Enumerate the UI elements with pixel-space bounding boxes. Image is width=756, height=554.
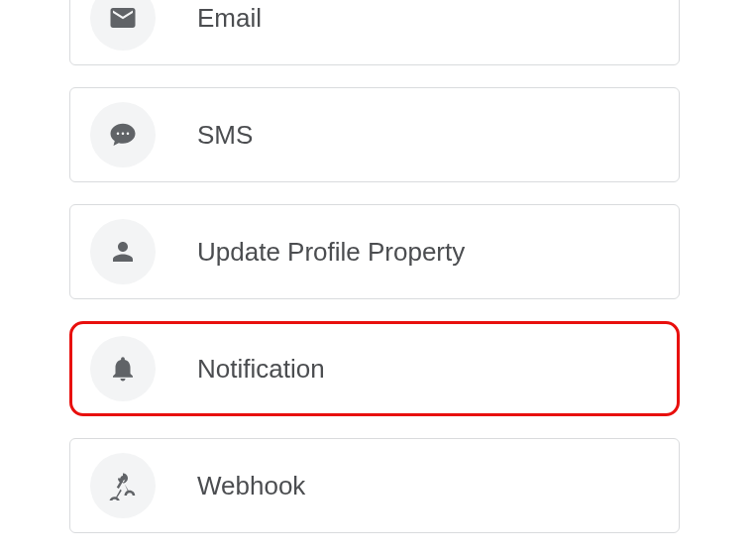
bell-icon (90, 336, 156, 401)
option-label: SMS (197, 120, 253, 151)
option-notification[interactable]: Notification (69, 321, 680, 416)
option-label: Update Profile Property (197, 237, 465, 268)
webhook-icon (90, 453, 156, 518)
user-icon (90, 219, 156, 284)
option-webhook[interactable]: Webhook (69, 438, 680, 533)
option-label: Email (197, 3, 262, 34)
option-update-profile[interactable]: Update Profile Property (69, 204, 680, 299)
option-email[interactable]: Email (69, 0, 680, 65)
sms-icon (90, 102, 156, 167)
option-label: Webhook (197, 471, 305, 501)
option-label: Notification (197, 354, 325, 385)
email-icon (90, 0, 156, 51)
option-sms[interactable]: SMS (69, 87, 680, 182)
action-type-list: Email SMS Update Profile Property Notifi… (0, 0, 756, 533)
